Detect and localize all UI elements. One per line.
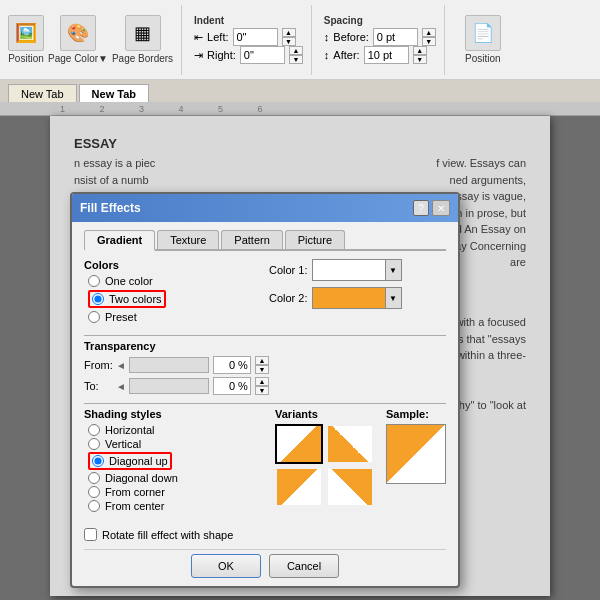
diagonal-up-label: Diagonal up (109, 455, 168, 467)
trans-from-down[interactable]: ▼ (255, 365, 269, 374)
indent-right-input[interactable] (240, 46, 285, 64)
trans-to-up[interactable]: ▲ (255, 377, 269, 386)
colors-section-label: Colors (84, 259, 261, 271)
indent-left-spin[interactable]: ▲ ▼ (282, 28, 296, 46)
ribbon-page-borders[interactable]: ▦ Page Borders (112, 15, 173, 64)
diagonal-up-radio[interactable] (92, 455, 104, 467)
preset-radio[interactable] (88, 311, 100, 323)
variant-3[interactable] (275, 467, 323, 507)
variant-2[interactable] (326, 424, 374, 464)
rotate-checkbox[interactable] (84, 528, 97, 541)
two-colors-option[interactable]: Two colors (88, 290, 261, 308)
ribbon-arrange-group: 📄 Position (465, 15, 501, 64)
from-center-radio[interactable] (88, 500, 100, 512)
diagonal-down-radio[interactable] (88, 472, 100, 484)
ok-button[interactable]: OK (191, 554, 261, 578)
vertical-label: Vertical (105, 438, 141, 450)
diagonal-up-highlighted[interactable]: Diagonal up (88, 452, 172, 470)
trans-to-input[interactable] (213, 377, 251, 395)
shading-vertical[interactable]: Vertical (88, 438, 267, 450)
ribbon: 🖼️ Position 🎨 Page Color▼ ▦ Page Borders… (0, 0, 600, 80)
spacing-before-up[interactable]: ▲ (422, 28, 436, 37)
shading-section: Shading styles Horizontal Vertical (84, 408, 267, 520)
fill-effects-dialog: Fill Effects ? ✕ Gradient Texture Patter… (70, 192, 460, 588)
dialog-tab-bar: Gradient Texture Pattern Picture (84, 230, 446, 251)
tab-gradient[interactable]: Gradient (84, 230, 155, 251)
vertical-radio[interactable] (88, 438, 100, 450)
trans-to-left-arrow[interactable]: ◄ (116, 381, 126, 392)
spacing-after-input[interactable] (364, 46, 409, 64)
page-borders-icon[interactable]: ▦ (125, 15, 161, 51)
close-button[interactable]: ✕ (432, 200, 450, 216)
trans-to-down[interactable]: ▼ (255, 386, 269, 395)
preset-option[interactable]: Preset (88, 311, 261, 323)
trans-to-spin[interactable]: ▲ ▼ (255, 377, 269, 395)
tab-active[interactable]: New Tab (79, 84, 149, 102)
indent-left-up[interactable]: ▲ (282, 28, 296, 37)
trans-from-input[interactable] (213, 356, 251, 374)
shading-horizontal[interactable]: Horizontal (88, 424, 267, 436)
indent-left-down[interactable]: ▼ (282, 37, 296, 46)
trans-from-up[interactable]: ▲ (255, 356, 269, 365)
two-colors-highlighted[interactable]: Two colors (88, 290, 166, 308)
trans-to-slider[interactable] (129, 378, 209, 394)
ribbon-position[interactable]: 📄 Position (465, 15, 501, 64)
one-color-radio[interactable] (88, 275, 100, 287)
page-color-icon[interactable]: 🎨 (60, 15, 96, 51)
color1-select[interactable]: ▼ (312, 259, 402, 281)
transparency-to-row: To: ◄ ▲ ▼ (84, 377, 446, 395)
cancel-button[interactable]: Cancel (269, 554, 339, 578)
tab-pattern[interactable]: Pattern (221, 230, 282, 249)
position-icon[interactable]: 📄 (465, 15, 501, 51)
spacing-before-down[interactable]: ▼ (422, 37, 436, 46)
indent-right-up[interactable]: ▲ (289, 46, 303, 55)
indent-left-input[interactable] (233, 28, 278, 46)
shading-diagonal-down[interactable]: Diagonal down (88, 472, 267, 484)
color1-dropdown[interactable]: ▼ (385, 260, 401, 280)
diagonal-down-label: Diagonal down (105, 472, 178, 484)
dialog-title: Fill Effects (80, 201, 141, 215)
spacing-after-spin[interactable]: ▲ ▼ (413, 46, 427, 64)
indent-left-icon: ⇤ (194, 31, 203, 44)
color1-swatch (313, 260, 385, 280)
shading-from-corner[interactable]: From corner (88, 486, 267, 498)
spacing-before-icon: ↕ (324, 31, 330, 43)
ribbon-page-color[interactable]: 🎨 Page Color▼ (48, 15, 108, 64)
shading-diagonal-up[interactable]: Diagonal up (88, 452, 267, 470)
color1-row: Color 1: ▼ (269, 259, 446, 281)
from-center-label: From center (105, 500, 164, 512)
tab-new-tab[interactable]: New Tab (8, 84, 77, 102)
horizontal-radio[interactable] (88, 424, 100, 436)
spacing-before-spin[interactable]: ▲ ▼ (422, 28, 436, 46)
one-color-option[interactable]: One color (88, 275, 261, 287)
trans-from-left-arrow[interactable]: ◄ (116, 360, 126, 371)
spacing-before-input[interactable] (373, 28, 418, 46)
watermark-icon[interactable]: 🖼️ (8, 15, 44, 51)
ribbon-watermark[interactable]: 🖼️ Position (8, 15, 44, 64)
indent-right-down[interactable]: ▼ (289, 55, 303, 64)
color2-dropdown[interactable]: ▼ (385, 288, 401, 308)
shading-from-center[interactable]: From center (88, 500, 267, 512)
spacing-after-down[interactable]: ▼ (413, 55, 427, 64)
rotate-label: Rotate fill effect with shape (102, 529, 233, 541)
divider2 (84, 403, 446, 404)
two-colors-radio[interactable] (92, 293, 104, 305)
from-corner-label: From corner (105, 486, 165, 498)
trans-from-spin[interactable]: ▲ ▼ (255, 356, 269, 374)
tab-picture[interactable]: Picture (285, 230, 345, 249)
variants-grid (275, 424, 374, 507)
transparency-label: Transparency (84, 340, 446, 352)
from-corner-radio[interactable] (88, 486, 100, 498)
tab-texture[interactable]: Texture (157, 230, 219, 249)
variant-4[interactable] (326, 467, 374, 507)
sample-preview (386, 424, 446, 484)
trans-from-slider[interactable] (129, 357, 209, 373)
spacing-after-up[interactable]: ▲ (413, 46, 427, 55)
divider1 (84, 335, 446, 336)
color2-select[interactable]: ▼ (312, 287, 402, 309)
indent-right-spin[interactable]: ▲ ▼ (289, 46, 303, 64)
help-button[interactable]: ? (413, 200, 429, 216)
variant-1[interactable] (275, 424, 323, 464)
two-colors-label: Two colors (109, 293, 162, 305)
dialog-content: Gradient Texture Pattern Picture Colors … (72, 222, 458, 586)
